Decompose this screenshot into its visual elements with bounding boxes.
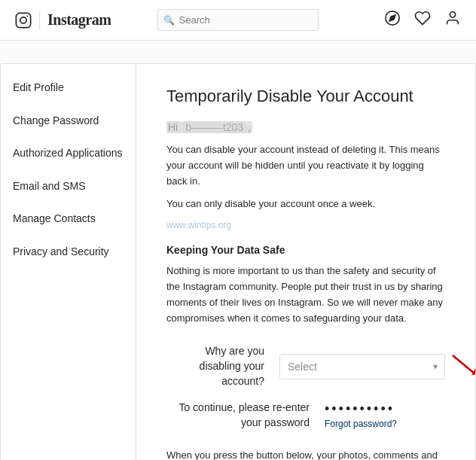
header-search: 🔍 — [157, 9, 319, 31]
sidebar-item-email-sms[interactable]: Email and SMS — [1, 170, 136, 203]
username-redacted: b———t203 — [182, 121, 246, 133]
svg-point-2 — [26, 15, 28, 17]
instagram-logo: Instagram — [47, 11, 111, 29]
svg-line-6 — [453, 355, 475, 374]
password-control: •••••••••• Forgot password? — [325, 402, 445, 429]
header: Instagram 🔍 — [0, 0, 476, 41]
sidebar: Edit Profile Change Password Authorized … — [1, 64, 136, 460]
svg-marker-4 — [389, 15, 395, 21]
forgot-password-link[interactable]: Forgot password? — [325, 419, 445, 429]
greeting: Hi b———t203, — [166, 121, 445, 133]
sidebar-item-change-password[interactable]: Change Password — [1, 105, 136, 138]
svg-rect-0 — [16, 13, 30, 27]
heart-icon[interactable] — [414, 10, 431, 30]
svg-point-5 — [450, 12, 455, 17]
disable-form: Why are you disabling your account? Sele… — [166, 344, 445, 430]
section-body: Nothing is more important to us than the… — [166, 264, 445, 326]
bottom-info-text: When you press the button below, your ph… — [166, 448, 445, 460]
page-title: Temporarily Disable Your Account — [166, 87, 445, 106]
content-area: Temporarily Disable Your Account Hi b———… — [136, 64, 475, 460]
red-arrow-annotation — [449, 352, 475, 382]
reason-control: Select ▾ — [279, 354, 445, 379]
info-paragraph-1: You can disable your account instead of … — [166, 142, 445, 189]
search-icon: 🔍 — [163, 15, 175, 26]
header-divider — [39, 11, 40, 29]
select-wrapper: Select ▾ — [279, 354, 445, 379]
header-icons — [384, 10, 461, 30]
instagram-camera-icon — [15, 12, 32, 29]
user-icon[interactable] — [444, 10, 461, 30]
svg-point-1 — [20, 17, 26, 23]
sidebar-item-authorized-apps[interactable]: Authorized Applications — [1, 137, 136, 170]
sidebar-item-privacy-security[interactable]: Privacy and Security — [1, 236, 136, 269]
reason-row: Why are you disabling your account? Sele… — [166, 344, 445, 388]
sidebar-item-edit-profile[interactable]: Edit Profile — [1, 72, 136, 105]
search-input[interactable] — [157, 9, 319, 31]
arrow-container: Select ▾ — [279, 354, 445, 379]
info-paragraph-2: You can only disable your account once a… — [166, 196, 445, 212]
watermark-text: www.wintips.org — [166, 220, 445, 230]
reason-select[interactable]: Select — [279, 354, 445, 379]
main-wrapper: Edit Profile Change Password Authorized … — [0, 63, 476, 460]
reason-label: Why are you disabling your account? — [166, 344, 279, 388]
password-row: To continue, please re-enter your passwo… — [166, 401, 445, 430]
header-left: Instagram — [15, 11, 111, 29]
compass-icon[interactable] — [384, 10, 401, 30]
section-title: Keeping Your Data Safe — [166, 244, 445, 256]
password-label: To continue, please re-enter your passwo… — [166, 401, 325, 430]
sidebar-item-manage-contacts[interactable]: Manage Contacts — [1, 203, 136, 236]
password-dots: •••••••••• — [325, 402, 445, 416]
